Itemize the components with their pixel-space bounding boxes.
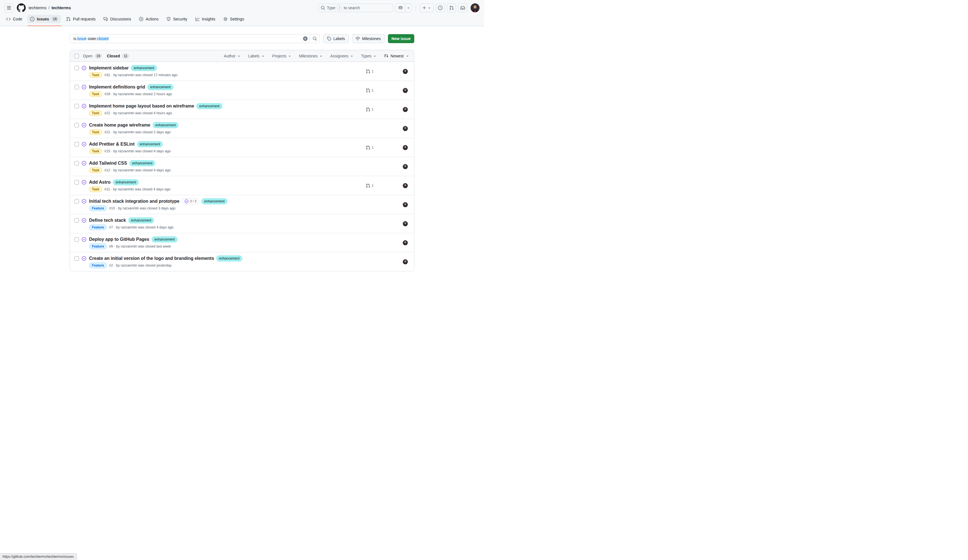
issue-row[interactable]: Create an initial version of the logo an…: [70, 252, 414, 271]
filter-milestones[interactable]: Milestones: [299, 54, 323, 58]
issue-type-pill[interactable]: Task: [89, 187, 102, 192]
linked-pull-requests[interactable]: 1: [366, 107, 374, 112]
github-logo[interactable]: [17, 3, 26, 12]
issue-checkbox[interactable]: [75, 104, 79, 108]
issue-title[interactable]: Add Tailwind CSS: [89, 160, 127, 167]
issue-title[interactable]: Implement home page layout based on wire…: [89, 103, 194, 109]
issue-checkbox[interactable]: [75, 142, 79, 146]
tab-pull-requests[interactable]: Pull requests: [63, 15, 98, 23]
assignee-avatar[interactable]: [403, 240, 408, 245]
assignee-avatar[interactable]: [403, 69, 408, 74]
issue-type-pill[interactable]: Task: [89, 91, 102, 97]
issue-title[interactable]: Define tech stack: [89, 217, 126, 224]
linked-pull-requests[interactable]: 1: [366, 145, 374, 150]
issue-checkbox[interactable]: [75, 256, 79, 261]
issue-title[interactable]: Add Astro: [89, 179, 111, 186]
issue-title[interactable]: Implement sidebar: [89, 65, 129, 71]
tab-discussions[interactable]: Discussions: [101, 15, 134, 23]
issues-dashboard-button[interactable]: [436, 3, 445, 12]
inbox-button[interactable]: [458, 3, 467, 12]
closed-issues-toggle[interactable]: Closed 11: [107, 53, 129, 58]
assignee-avatar[interactable]: [403, 183, 408, 188]
issue-type-pill[interactable]: Task: [89, 148, 102, 154]
issue-label[interactable]: enhancement: [201, 198, 227, 204]
copilot-icon[interactable]: [396, 3, 405, 12]
issue-checkbox[interactable]: [75, 123, 79, 128]
issue-type-pill[interactable]: Task: [89, 72, 102, 78]
issue-label[interactable]: enhancement: [129, 160, 156, 166]
assignee-avatar[interactable]: [403, 164, 408, 169]
issue-row[interactable]: Deploy app to GitHub PagesenhancementFea…: [70, 233, 414, 252]
assignee-avatar[interactable]: [403, 259, 408, 264]
tab-code[interactable]: Code: [3, 15, 25, 23]
issue-label[interactable]: enhancement: [216, 255, 242, 262]
tab-actions[interactable]: Actions: [136, 15, 161, 23]
issue-checkbox[interactable]: [75, 180, 79, 184]
issue-type-pill[interactable]: Feature: [89, 205, 107, 211]
issue-row[interactable]: Implement definitions gridenhancementTas…: [70, 81, 414, 100]
issue-type-pill[interactable]: Task: [89, 129, 102, 135]
issue-type-pill[interactable]: Feature: [89, 263, 107, 268]
clear-filter-button[interactable]: [303, 36, 308, 41]
breadcrumb-repo[interactable]: techterms: [51, 6, 71, 10]
tasklist-progress-pill[interactable]: 3 / 3: [182, 198, 199, 204]
tab-security[interactable]: Security: [164, 15, 190, 23]
issue-row[interactable]: Add Tailwind CSSenhancementTask#12 · by …: [70, 157, 414, 176]
assignee-avatar[interactable]: [403, 202, 408, 207]
filter-author[interactable]: Author: [224, 54, 240, 58]
linked-pull-requests[interactable]: 1: [366, 88, 374, 93]
tab-settings[interactable]: Settings: [220, 15, 247, 23]
issue-checkbox[interactable]: [75, 218, 79, 223]
assignee-avatar[interactable]: [403, 107, 408, 112]
sort-dropdown[interactable]: Newest: [384, 54, 409, 58]
issue-checkbox[interactable]: [75, 237, 79, 242]
linked-pull-requests[interactable]: 1: [366, 183, 374, 188]
issue-row[interactable]: Implement sidebarenhancementTask#31 · by…: [70, 62, 414, 81]
select-all-checkbox[interactable]: [75, 54, 79, 58]
labels-button[interactable]: Labels: [323, 34, 348, 43]
filter-labels[interactable]: Labels: [248, 54, 265, 58]
copilot-button[interactable]: [396, 3, 412, 12]
issue-title[interactable]: Add Prettier & ESLint: [89, 141, 135, 147]
issue-title[interactable]: Deploy app to GitHub Pages: [89, 236, 149, 243]
issue-row[interactable]: Create home page wireframeenhancementTas…: [70, 119, 414, 138]
new-issue-button[interactable]: New issue: [388, 34, 414, 43]
issue-type-pill[interactable]: Feature: [89, 225, 107, 230]
issue-title[interactable]: Create an initial version of the logo an…: [89, 255, 214, 262]
issue-label[interactable]: enhancement: [152, 122, 179, 128]
issue-checkbox[interactable]: [75, 66, 79, 70]
tab-insights[interactable]: Insights: [192, 15, 218, 23]
assignee-avatar[interactable]: [403, 126, 408, 131]
issue-row[interactable]: Define tech stackenhancementFeature#7 · …: [70, 214, 414, 233]
issue-checkbox[interactable]: [75, 161, 79, 166]
filter-assignees[interactable]: Assignees: [330, 54, 354, 58]
issue-label[interactable]: enhancement: [113, 179, 139, 186]
issue-checkbox[interactable]: [75, 85, 79, 89]
issue-row[interactable]: Initial tech stack integration and proto…: [70, 195, 414, 214]
issue-type-pill[interactable]: Feature: [89, 244, 107, 249]
filter-search-button[interactable]: [310, 35, 320, 43]
breadcrumb-owner[interactable]: techterms: [28, 6, 46, 10]
issue-row[interactable]: Add AstroenhancementTask#11 · by razvanm…: [70, 176, 414, 195]
pull-requests-dashboard-button[interactable]: [447, 3, 456, 12]
issue-checkbox[interactable]: [75, 199, 79, 204]
issue-label[interactable]: enhancement: [128, 217, 154, 224]
user-avatar[interactable]: [471, 3, 479, 12]
filter-types[interactable]: Types: [361, 54, 377, 58]
global-search-input[interactable]: Type / to search: [318, 3, 393, 12]
open-issues-toggle[interactable]: Open 16: [83, 53, 102, 58]
issue-label[interactable]: enhancement: [131, 65, 157, 71]
assignee-avatar[interactable]: [403, 221, 408, 226]
assignee-avatar[interactable]: [403, 88, 408, 93]
issue-row[interactable]: Add Prettier & ESLintenhancementTask#15 …: [70, 138, 414, 157]
issue-label[interactable]: enhancement: [148, 84, 173, 90]
filter-projects[interactable]: Projects: [272, 54, 292, 58]
issues-filter-input[interactable]: is:issue state:closed: [70, 34, 320, 43]
issue-type-pill[interactable]: Task: [89, 110, 102, 116]
tab-issues[interactable]: Issues16: [27, 15, 61, 23]
issue-label[interactable]: enhancement: [151, 236, 177, 242]
hamburger-menu-button[interactable]: [5, 3, 13, 12]
issue-title[interactable]: Implement definitions grid: [89, 84, 145, 90]
copilot-dropdown-caret[interactable]: [405, 3, 411, 12]
assignee-avatar[interactable]: [403, 145, 408, 150]
